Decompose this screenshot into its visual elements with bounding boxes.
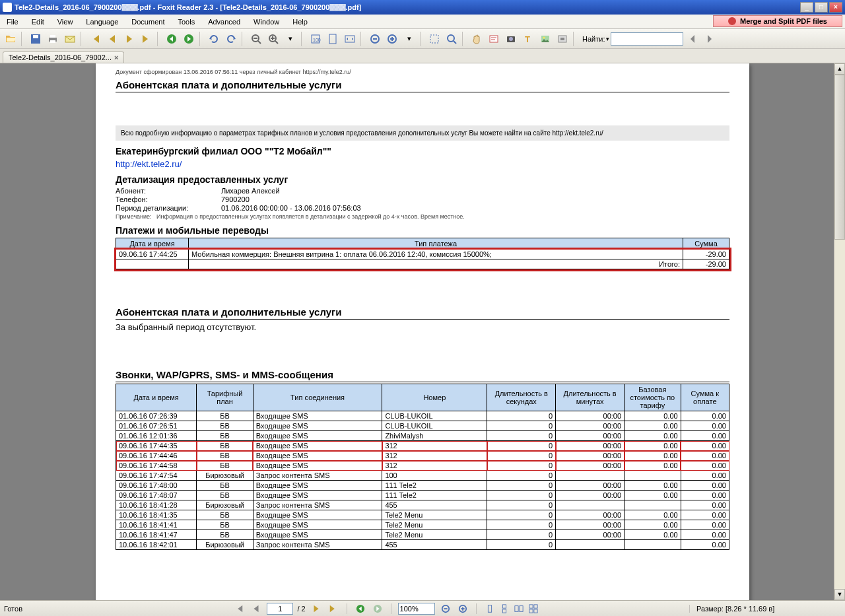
menu-advanced[interactable]: Advanced [201,15,247,28]
open-icon[interactable] [3,31,18,47]
rotate-ccw-icon[interactable] [206,31,222,47]
sb-zoom-in-icon[interactable] [456,603,469,615]
next-page-icon[interactable] [121,31,137,47]
phone-value: 7900200 [221,195,250,203]
calls-h-0: Дата и время [116,384,197,411]
stamp-icon[interactable] [555,31,570,47]
pay-total-value: -29.00 [683,259,729,269]
sb-first-icon[interactable] [232,603,246,615]
table-row: 10.06.16 18:41:41БВВходящее SMSTele2 Men… [116,520,729,530]
zoom-input[interactable] [398,603,435,615]
last-page-icon[interactable] [139,31,154,47]
email-icon[interactable] [62,31,78,47]
search-prev-icon[interactable] [685,31,700,47]
svg-rect-51 [529,609,532,612]
marquee-icon[interactable] [426,31,442,47]
menu-view[interactable]: View [51,15,80,28]
zoom-out-icon[interactable] [248,31,264,47]
zoom-out-circle-icon[interactable] [367,31,383,47]
window-title: Tele2-Details_2016-06_7900200▓▓▓.pdf - F… [15,3,361,11]
table-row: 10.06.16 18:41:47БВВходящее SMSTele2 Men… [116,530,729,540]
print-icon[interactable] [45,31,61,47]
page-total: / 2 [297,605,305,613]
menu-tools[interactable]: Tools [171,15,201,28]
image-icon[interactable] [537,31,553,47]
menu-file[interactable]: File [0,15,25,28]
prev-page-icon[interactable] [104,31,120,47]
pdf-viewport[interactable]: Документ сформирован 13.06.2016 07:56:11… [0,63,845,600]
scroll-thumb[interactable] [834,75,845,240]
doc-branch: Екатеринбургский филиал ООО ""Т2 Мобайл"… [116,146,729,156]
app-icon [3,3,12,12]
zoom-level-dropdown-icon[interactable]: ▾ [401,31,417,47]
rotate-cw-icon[interactable] [223,31,239,47]
svg-text:T: T [525,34,530,44]
svg-rect-17 [329,34,336,44]
svg-rect-52 [533,609,537,612]
pay-h-sum: Сумма [683,238,729,250]
sb-next-icon[interactable] [310,603,323,615]
table-row: 01.06.16 07:26:39БВВходящее SMSCLUB-LUKO… [116,411,729,421]
sb-prev-icon[interactable] [250,603,263,615]
tab-close-icon[interactable]: × [114,53,118,61]
svg-rect-50 [533,604,537,607]
sb-back-icon[interactable] [354,603,367,615]
merge-split-button[interactable]: Merge and Split PDF files [713,15,842,27]
close-button[interactable]: × [829,2,842,13]
sb-last-icon[interactable] [327,603,340,615]
fit-width-icon[interactable] [342,31,358,47]
hand-icon[interactable] [469,31,485,47]
calls-h-6: Базовая стоимость по тарифу [625,384,681,411]
first-page-icon[interactable] [87,31,103,47]
sb-zoom-out-icon[interactable] [439,603,452,615]
calls-h-5: Длительность в минутах [556,384,625,411]
maximize-button[interactable]: □ [815,2,828,13]
forward-icon[interactable] [181,31,197,47]
back-icon[interactable] [164,31,180,47]
view-facing-icon[interactable] [512,603,525,615]
minimize-button[interactable]: _ [800,2,813,13]
menu-document[interactable]: Document [125,15,171,28]
svg-rect-49 [529,604,532,607]
search-box: Найти: ▾ [582,32,683,46]
document-tab-label: Tele2-Details_2016-06_79002... [9,53,112,61]
info-box: Всю подробную информацию о параметрах та… [116,125,729,141]
zoom-in-icon[interactable] [265,31,281,47]
calls-table: Дата и время Тарифный план Тип соединени… [116,384,729,550]
pay-h-type: Тип платежа [189,238,683,250]
phone-label: Телефон: [116,195,221,203]
payments-table: Дата и времяТип платежаСумма 09.06.16 17… [116,238,729,269]
page-number-input[interactable] [267,603,293,615]
menu-edit[interactable]: Edit [25,15,51,28]
table-row: 10.06.16 18:42:01БирюзовыйЗапрос контент… [116,540,729,550]
zoom-dropdown-icon[interactable]: ▾ [283,31,298,47]
save-icon[interactable] [28,31,44,47]
menu-language[interactable]: Language [79,15,125,28]
view-continuous-facing-icon[interactable] [527,603,540,615]
scroll-down-icon[interactable]: ▼ [834,589,845,600]
svg-line-9 [258,41,261,44]
document-tab[interactable]: Tele2-Details_2016-06_79002... × [3,51,124,63]
select-text-icon[interactable] [486,31,502,47]
pay-dt: 09.06.16 17:44:25 [116,250,189,259]
view-single-icon[interactable] [483,603,496,615]
sec2-text: За выбранный период отсутствуют. [116,322,729,332]
vertical-scrollbar[interactable]: ▲ ▼ [834,63,845,600]
sb-forward-icon[interactable] [371,603,384,615]
period-value: 01.06.2016 00:00:00 - 13.06.2016 07:56:0… [221,204,361,212]
fit-page-icon[interactable] [325,31,341,47]
status-ready: Готов [4,605,83,613]
view-continuous-icon[interactable] [498,603,511,615]
typewriter-icon[interactable]: T [520,31,536,47]
zoom-in-circle-icon[interactable] [384,31,400,47]
actual-size-icon[interactable]: 100 [308,31,323,47]
menu-window[interactable]: Window [247,15,286,28]
search-next-icon[interactable] [702,31,718,47]
menu-help[interactable]: Help [286,15,314,28]
pdf-page: Документ сформирован 13.06.2016 07:56:11… [96,63,749,600]
search-input[interactable] [611,32,683,46]
loupe-icon[interactable] [444,31,459,47]
scroll-up-icon[interactable]: ▲ [834,63,845,75]
snapshot-icon[interactable] [503,31,519,47]
svg-rect-48 [519,605,522,611]
